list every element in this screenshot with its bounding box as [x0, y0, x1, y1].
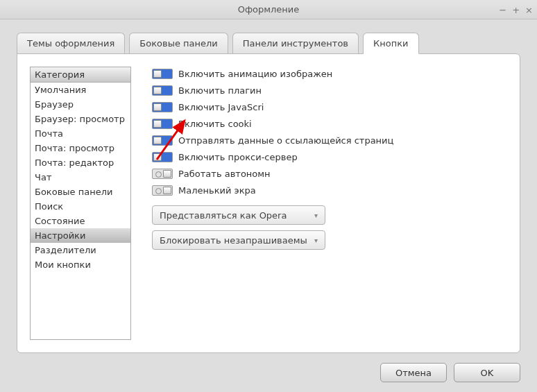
sidebar-item-separators[interactable]: Разделители	[31, 243, 130, 257]
sidebar-item-label: Умолчания	[35, 85, 86, 95]
sidebar-header-label: Категория	[35, 69, 85, 80]
tab-themes[interactable]: Темы оформления	[17, 33, 125, 54]
sidebar-item-settings[interactable]: Настройки	[31, 228, 130, 243]
option-label: Отправлять данные о ссылающейся страниц	[178, 135, 393, 146]
toggle-work-offline[interactable]	[152, 169, 173, 179]
toggle-enable-proxy[interactable]	[152, 152, 173, 162]
sidebar-item-label: Почта	[35, 128, 63, 139]
dropdown-label: Представляться как Opera	[160, 210, 287, 221]
tab-label: Кнопки	[373, 38, 408, 49]
toggle-enable-cookies[interactable]	[152, 119, 173, 129]
toggle-send-referrer[interactable]	[152, 135, 173, 146]
window-titlebar: Оформление − + ×	[0, 0, 537, 19]
option-enable-cookies: Включить cooki	[152, 117, 507, 130]
toggle-enable-image-animation[interactable]	[152, 69, 173, 79]
option-label: Включить прокси-сервер	[178, 152, 298, 162]
option-label: Включить JavaScri	[178, 102, 264, 112]
option-enable-image-animation: Включить анимацию изображен	[152, 67, 507, 80]
option-label: Работать автономн	[178, 169, 271, 179]
option-enable-javascript: Включить JavaScri	[152, 100, 507, 114]
sidebar-item-search[interactable]: Поиск	[31, 199, 130, 214]
dropdown-label: Блокировать незапрашиваемы	[160, 235, 307, 246]
sidebar-item-browser-view[interactable]: Браузер: просмотр	[31, 112, 130, 126]
cancel-button[interactable]: Отмена	[380, 363, 447, 382]
chevron-down-icon: ▾	[314, 212, 318, 219]
option-work-offline: Работать автономн	[152, 167, 507, 180]
maximize-icon[interactable]: +	[512, 5, 520, 15]
sidebar-header: Категория	[31, 67, 130, 83]
sidebar-item-label: Боковые панели	[35, 187, 112, 197]
sidebar-item-label: Браузер	[35, 99, 74, 110]
sidebar-item-label: Чат	[35, 172, 51, 182]
option-enable-plugins: Включить плагин	[152, 83, 507, 97]
sidebar-item-status[interactable]: Состояние	[31, 214, 130, 228]
sidebar-item-my-buttons[interactable]: Мои кнопки	[31, 257, 130, 272]
option-label: Включить анимацию изображен	[178, 69, 332, 79]
chevron-down-icon: ▾	[314, 237, 318, 244]
sidebar-item-label: Разделители	[35, 245, 96, 255]
option-label: Включить плагин	[178, 85, 262, 96]
button-label: Отмена	[395, 368, 432, 378]
sidebar-item-label: Почта: редактор	[35, 157, 114, 168]
option-small-screen: Маленький экра	[152, 183, 507, 197]
sidebar-item-mail-view[interactable]: Почта: просмотр	[31, 141, 130, 155]
dialog-footer: Отмена OK	[0, 363, 537, 392]
ok-button[interactable]: OK	[454, 363, 520, 382]
sidebar-item-label: Настройки	[35, 230, 85, 241]
sidebar-item-browser[interactable]: Браузер	[31, 97, 130, 112]
tab-label: Панели инструментов	[243, 38, 348, 49]
window-title: Оформление	[238, 4, 300, 15]
tabstrip: Темы оформления Боковые панели Панели ин…	[17, 32, 520, 53]
dropdown-block-unrequested[interactable]: Блокировать незапрашиваемы ▾	[152, 230, 325, 250]
dropdown-identify-as[interactable]: Представляться как Opera ▾	[152, 205, 325, 225]
sidebar-item-label: Состояние	[35, 216, 85, 226]
tab-toolbars[interactable]: Панели инструментов	[232, 33, 359, 54]
tab-label: Темы оформления	[27, 38, 114, 49]
close-icon[interactable]: ×	[525, 5, 533, 15]
sidebar-item-mail[interactable]: Почта	[31, 126, 130, 141]
options-area: Включить анимацию изображен Включить пла…	[131, 67, 507, 340]
window-controls: − + ×	[499, 0, 533, 19]
option-label: Маленький экра	[178, 185, 256, 196]
tab-buttons[interactable]: Кнопки	[363, 33, 418, 54]
minimize-icon[interactable]: −	[499, 5, 506, 15]
option-enable-proxy: Включить прокси-сервер	[152, 150, 507, 164]
sidebar-item-label: Почта: просмотр	[35, 143, 114, 153]
toggle-enable-plugins[interactable]	[152, 85, 173, 96]
toggle-enable-javascript[interactable]	[152, 102, 173, 112]
main-panel: Категория Умолчания Браузер Браузер: про…	[17, 53, 520, 353]
tab-side-panels[interactable]: Боковые панели	[129, 33, 228, 54]
sidebar-item-defaults[interactable]: Умолчания	[31, 83, 130, 97]
sidebar-item-chat[interactable]: Чат	[31, 170, 130, 185]
sidebar-item-label: Браузер: просмотр	[35, 114, 125, 124]
button-label: OK	[481, 368, 494, 378]
category-sidebar: Категория Умолчания Браузер Браузер: про…	[30, 67, 131, 340]
toggle-small-screen[interactable]	[152, 185, 173, 196]
sidebar-item-label: Поиск	[35, 201, 63, 212]
option-label: Включить cooki	[178, 119, 252, 129]
sidebar-item-label: Мои кнопки	[35, 259, 91, 270]
sidebar-item-mail-editor[interactable]: Почта: редактор	[31, 155, 130, 170]
option-send-referrer: Отправлять данные о ссылающейся страниц	[152, 133, 507, 147]
tab-label: Боковые панели	[139, 38, 217, 49]
sidebar-item-side-panels[interactable]: Боковые панели	[31, 185, 130, 199]
